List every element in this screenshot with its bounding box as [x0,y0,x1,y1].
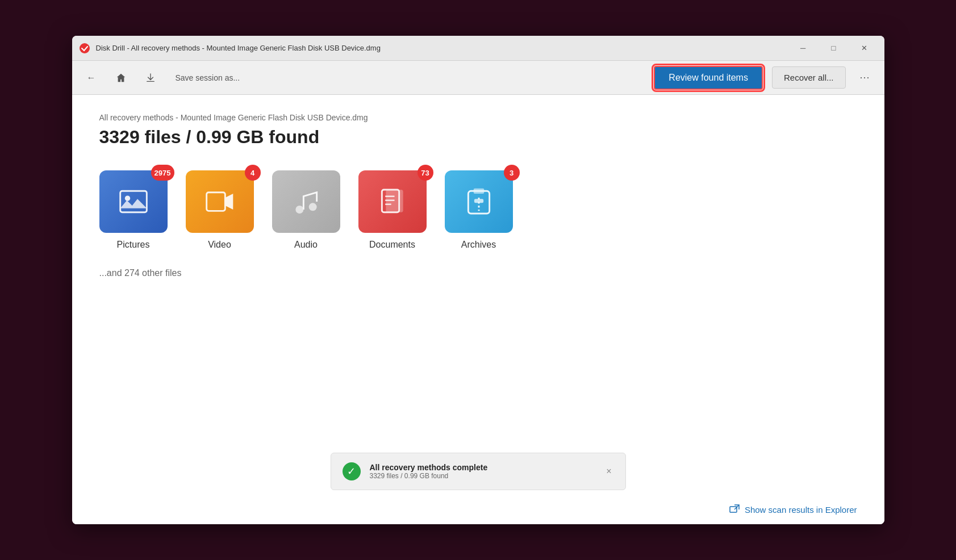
pictures-badge: 2975 [151,165,174,181]
notification-close-button[interactable]: × [604,464,613,479]
documents-icon-bg [358,170,427,233]
app-icon [79,43,90,54]
video-icon-wrap: 4 [186,170,254,233]
svg-rect-15 [730,507,737,512]
external-link-icon [729,504,740,515]
archives-badge: 3 [504,165,520,181]
video-icon-bg [186,170,254,233]
more-options-button[interactable]: ··· [855,68,875,88]
home-button[interactable] [111,68,131,88]
category-card-pictures[interactable]: 2975 Pictures [99,170,168,250]
documents-icon-wrap: 73 [358,170,427,233]
svg-point-2 [124,196,130,201]
pictures-label: Pictures [117,240,150,250]
main-content: All recovery methods - Mounted Image Gen… [72,95,884,524]
audio-icon-bg [272,170,340,233]
documents-icon [377,186,408,218]
documents-label: Documents [369,240,415,250]
success-icon: ✓ [343,462,361,480]
archives-label: Archives [461,240,496,250]
back-button[interactable]: ← [81,68,102,88]
other-files-text: ...and 274 other files [99,268,857,278]
svg-point-0 [80,43,90,53]
svg-rect-1 [120,191,147,212]
notification-bar: ✓ All recovery methods complete 3329 fil… [331,453,626,490]
maximize-button[interactable]: □ [821,40,847,57]
title-bar: Disk Drill - All recovery methods - Moun… [72,36,884,61]
scan-title: 3329 files / 0.99 GB found [99,127,857,148]
category-list: 2975 Pictures 4 Video [99,170,857,250]
svg-rect-12 [473,189,484,194]
category-card-documents[interactable]: 73 Documents [358,170,427,250]
video-icon [204,186,236,218]
scan-subtitle: All recovery methods - Mounted Image Gen… [99,113,857,122]
category-card-archives[interactable]: 3 Archives [445,170,513,250]
video-label: Video [208,240,231,250]
toolbar: ← Save session as... Review found items … [72,61,884,95]
svg-point-4 [295,206,303,214]
audio-icon [290,186,322,218]
archives-icon-bg [445,170,513,233]
audio-label: Audio [294,240,318,250]
show-scan-results-button[interactable]: Show scan results in Explorer [729,504,857,515]
minimize-button[interactable]: ─ [790,40,816,57]
download-button[interactable] [140,68,161,88]
notification-title: All recovery methods complete [370,463,595,472]
show-explorer-label: Show scan results in Explorer [745,505,857,515]
category-card-audio[interactable]: Audio [272,170,340,250]
category-card-video[interactable]: 4 Video [186,170,254,250]
video-badge: 4 [245,165,261,181]
archives-icon [463,186,495,218]
pictures-icon-wrap: 2975 [99,170,168,233]
svg-point-5 [308,203,316,211]
svg-rect-3 [206,193,225,211]
main-window: Disk Drill - All recovery methods - Moun… [72,36,884,524]
window-controls: ─ □ ✕ [790,40,878,57]
review-found-items-button[interactable]: Review found items [654,66,763,90]
close-button[interactable]: ✕ [851,40,878,57]
documents-badge: 73 [418,165,433,181]
archives-icon-wrap: 3 [445,170,513,233]
notification-subtitle: 3329 files / 0.99 GB found [370,472,595,480]
window-title: Disk Drill - All recovery methods - Moun… [96,44,784,52]
save-session-button[interactable]: Save session as... [170,70,246,86]
pictures-icon [118,186,149,218]
recover-all-button[interactable]: Recover all... [772,66,846,89]
notification-text: All recovery methods complete 3329 files… [370,463,595,480]
audio-icon-wrap [272,170,340,233]
svg-rect-14 [474,199,483,203]
